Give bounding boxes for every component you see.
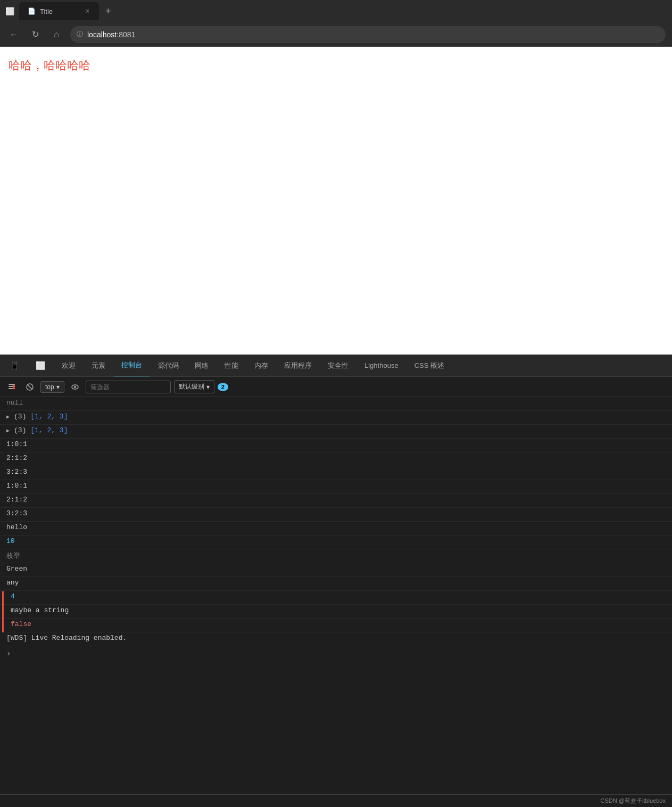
active-tab[interactable]: 📄 Title × [19,2,99,20]
console-line-hello: hello [0,522,672,536]
console-line-ten: 10 [0,536,672,549]
console-line-null: null [0,397,672,411]
line-1-text: 1:0:1 [6,440,27,448]
console-line-4: 1:0:1 [0,480,672,494]
tab-bar: 📄 Title × + [19,2,668,20]
svg-rect-0 [9,384,15,385]
tab-title: Title [40,7,80,15]
line-5-text: 2:1:2 [6,496,27,504]
array1-count: (3) [14,413,30,421]
ten-value: 10 [6,537,15,545]
tab-inspect[interactable]: ⬜ [28,355,53,377]
inspect-icon: ⬜ [36,361,46,370]
green-text: Green [6,565,27,573]
url-domain: localhost [87,30,117,39]
tab-application[interactable]: 应用程序 [277,355,319,377]
string-text: maybe a string [11,606,69,614]
array1-value[interactable]: [1, 2, 3] [30,413,68,421]
eye-icon [71,383,79,391]
clear-console-button[interactable] [4,381,19,393]
context-selector[interactable]: top ▾ [40,381,64,393]
tab-performance[interactable]: 性能 [217,355,246,377]
console-line-wds: [WDS] Live Reloading enabled. [0,632,672,646]
console-line-array2: ▶ (3) [1, 2, 3] [0,425,672,439]
level-dropdown-icon: ▾ [206,383,210,391]
error-badge: 2 [218,383,228,391]
clear-icon [7,383,16,391]
tab-elements[interactable]: 元素 [84,355,113,377]
home-button[interactable]: ⌂ [49,27,64,42]
tab-device-toolbar[interactable]: 📱 [2,355,27,377]
null-text: null [6,399,23,407]
tab-close-button[interactable]: × [85,6,90,16]
tab-sources-label: 源代码 [158,361,179,370]
tab-welcome-label: 欢迎 [62,361,76,370]
tab-console[interactable]: 控制台 [114,355,150,377]
eye-button[interactable] [68,381,82,393]
ban-button[interactable] [22,381,37,393]
ban-icon [26,383,34,391]
tab-application-label: 应用程序 [284,361,312,370]
console-line-2: 2:1:2 [0,452,672,466]
tab-network-label: 网络 [195,361,209,370]
tab-performance-label: 性能 [225,361,238,370]
tab-lighthouse[interactable]: Lighthouse [357,355,406,377]
line-3-text: 3:2:3 [6,468,27,476]
console-line-6: 3:2:3 [0,508,672,522]
false-value: false [11,620,31,628]
red-bracket-group: 4 maybe a string false [0,591,672,632]
url-bar[interactable]: ⓘ localhost:8081 [70,26,666,43]
tab-lighthouse-label: Lighthouse [364,361,399,369]
line-4-text: 1:0:1 [6,482,27,490]
four-value: 4 [11,592,15,600]
tab-elements-label: 元素 [92,361,105,370]
level-select[interactable]: 默认级别 ▾ [174,380,214,393]
browser-title-bar: ⬜ 📄 Title × + [0,0,672,22]
filter-input[interactable] [86,381,171,393]
level-label: 默认级别 [179,382,204,391]
enum-text: 枚举 [6,551,20,561]
tab-security[interactable]: 安全性 [320,355,356,377]
console-line-any: any [0,577,672,591]
console-prompt[interactable]: › [0,646,672,661]
info-icon: ⓘ [77,30,83,39]
console-line-string: maybe a string [0,605,672,619]
tab-sources[interactable]: 源代码 [151,355,186,377]
line-2-text: 2:1:2 [6,454,27,462]
console-line-5: 2:1:2 [0,494,672,508]
svg-point-8 [74,386,76,388]
console-line-green: Green [0,563,672,577]
tab-network[interactable]: 网络 [187,355,216,377]
tab-css-overview[interactable]: CSS 概述 [407,355,452,377]
device-icon: 📱 [10,361,20,370]
url-display: localhost:8081 [87,30,135,39]
wds-text: [WDS] Live Reloading enabled. [6,634,127,642]
tab-console-label: 控制台 [121,360,142,370]
line-6-text: 3:2:3 [6,509,27,517]
console-line-false: false [0,619,672,632]
tab-memory[interactable]: 内存 [247,355,276,377]
new-tab-button[interactable]: + [101,4,115,19]
console-line-four: 4 [0,591,672,605]
devtools-panel: 📱 ⬜ 欢迎 元素 控制台 源代码 网络 性能 内存 应用程序 安全性 [0,355,672,807]
reload-button[interactable]: ↻ [28,27,43,42]
tab-memory-label: 内存 [254,361,268,370]
expand-arrow-1[interactable]: ▶ [6,413,10,420]
context-dropdown-icon: ▾ [56,383,60,391]
back-button[interactable]: ← [6,27,21,42]
any-text: any [6,579,19,587]
tab-welcome[interactable]: 欢迎 [54,355,83,377]
array2-value[interactable]: [1, 2, 3] [30,426,68,434]
console-line-1: 1:0:1 [0,439,672,452]
window-icon: ⬜ [4,6,15,17]
status-text: CSDN @蓝盒子itbluebox [601,797,666,805]
console-line-array1: ▶ (3) [1, 2, 3] [0,411,672,425]
svg-line-6 [28,384,32,389]
console-output: null ▶ (3) [1, 2, 3] ▶ (3) [1, 2, 3] 1:0… [0,397,672,794]
devtools-tab-bar: 📱 ⬜ 欢迎 元素 控制台 源代码 网络 性能 内存 应用程序 安全性 [0,355,672,377]
expand-arrow-2[interactable]: ▶ [6,426,10,434]
address-bar: ← ↻ ⌂ ⓘ localhost:8081 [0,22,672,47]
prompt-icon: › [6,649,11,658]
tab-css-label: CSS 概述 [414,361,444,370]
hello-text: hello [6,523,27,531]
